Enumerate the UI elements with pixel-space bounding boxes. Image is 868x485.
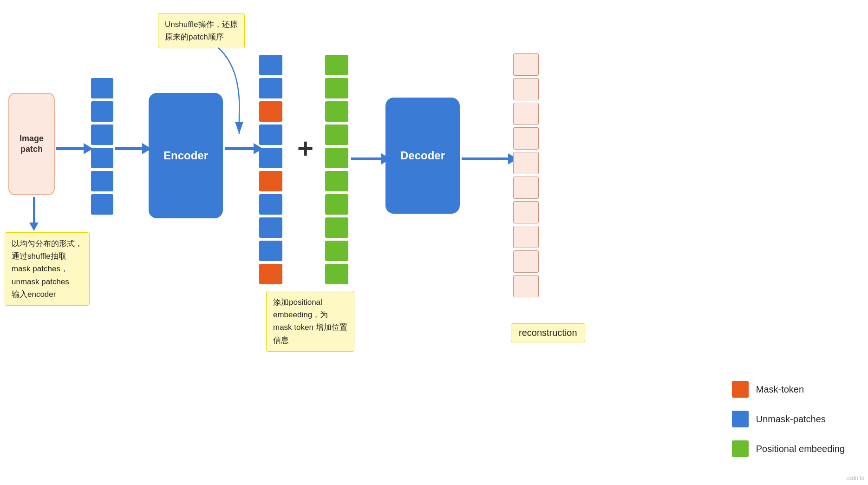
image-patch-box: Image patch [8,93,55,195]
output-rect [513,152,539,174]
legend-item-positional: Positional embeeding [732,440,845,457]
arrow-col1-to-encoder [115,143,151,154]
blue-rect [91,171,113,191]
mask-token-rect [259,171,282,191]
green-col [325,55,348,284]
green-rect [325,148,348,168]
image-patch-label2: patch [20,144,43,155]
blue-rect [91,148,113,168]
positional-color-swatch [732,440,749,457]
green-rect [325,55,348,75]
blue-rect [91,78,113,98]
legend-item-mask: Mask-token [732,381,845,398]
blue-rect [259,148,282,168]
output-rect [513,275,539,297]
annotation-shuffle: 以均匀分布的形式， 通过shuffle抽取 mask patches， unma… [5,232,90,306]
blue-rect [91,125,113,145]
annotation-positional-text: 添加positional embeeding，为 mask token 增加位置… [273,298,347,345]
decoder-box: Decoder [385,98,460,214]
output-rect [513,127,539,150]
output-rect [513,201,539,223]
watermark: csdn.to [846,475,864,481]
blue-rect [259,217,282,238]
blue-col-1 [91,78,113,215]
encoder-label: Encoder [163,149,208,162]
output-rect [513,103,539,125]
legend-item-unmask: Unmask-patches [732,411,845,427]
mask-color-swatch [732,381,749,398]
blue-rect [259,194,282,215]
arrow-combined-to-decoder [351,153,391,164]
output-rect [513,250,539,273]
diagram-container: Image patch Encoder [0,0,868,485]
arrow-down-to-annotation [29,197,39,231]
unmask-color-swatch [732,411,749,427]
green-rect [325,78,348,98]
decoder-label: Decoder [400,149,445,162]
green-rect [325,241,348,261]
mask-token-rect [259,264,282,284]
output-rect [513,177,539,199]
legend-label-unmask: Unmask-patches [756,414,826,425]
output-rect [513,53,539,76]
green-rect [325,194,348,215]
legend-label-mask: Mask-token [756,384,804,395]
image-patch-label: Image [20,133,44,144]
output-rect [513,78,539,100]
output-rect [513,226,539,248]
green-rect [325,101,348,122]
unshuffle-arrow-svg [167,41,274,148]
green-rect [325,264,348,284]
annotation-positional: 添加positional embeeding，为 mask token 增加位置… [266,291,354,352]
green-rect [325,171,348,191]
legend-label-positional: Positional embeeding [756,444,845,454]
blue-rect [91,101,113,122]
green-rect [325,125,348,145]
legend: Mask-token Unmask-patches Positional emb… [732,381,845,457]
arrow-decoder-to-output [462,153,517,164]
annotation-unshuffle-text: Unshuffle操作，还原 原来的patch顺序 [165,20,238,41]
blue-rect [91,194,113,215]
arrow-patch-to-col1 [56,143,93,154]
green-rect [325,217,348,238]
annotation-shuffle-text: 以均匀分布的形式， 通过shuffle抽取 mask patches， unma… [12,239,83,299]
blue-rect [259,241,282,261]
output-col [513,53,539,297]
plus-sign: + [297,132,313,164]
reconstruction-label: reconstruction [511,323,585,342]
